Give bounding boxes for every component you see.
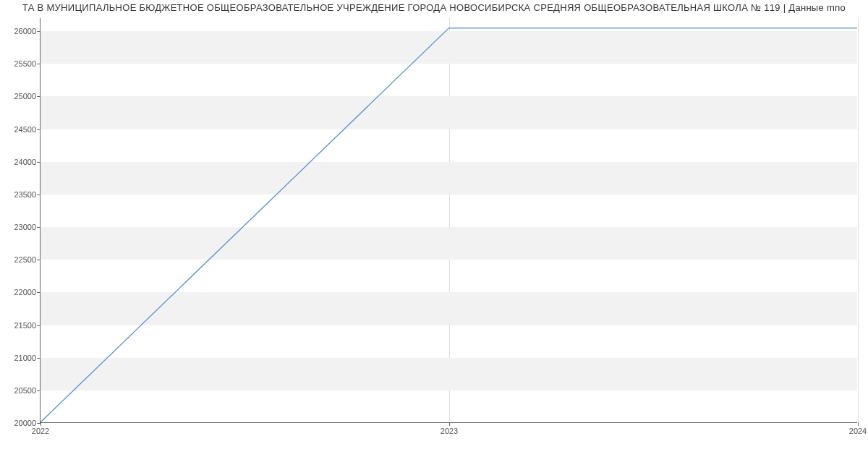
y-tick-label: 24500 (14, 125, 36, 134)
y-tick-label: 22000 (14, 288, 36, 296)
grid-band (41, 96, 857, 129)
y-tick-label: 25500 (14, 59, 36, 68)
y-tick-label: 20500 (14, 386, 36, 395)
y-tick-label: 26000 (14, 27, 36, 35)
x-grid-line (858, 18, 859, 422)
y-tick-mark (37, 64, 41, 64)
y-tick-label: 25000 (14, 92, 36, 101)
y-tick-label: 23000 (14, 223, 36, 231)
y-tick-mark (37, 162, 41, 163)
y-tick-label: 22500 (14, 255, 36, 264)
x-tick-mark (858, 422, 859, 426)
y-tick-label: 21000 (14, 354, 36, 362)
x-tick-label: 2023 (441, 427, 458, 435)
y-tick-mark (37, 325, 41, 326)
chart-area: 2000020500210002150022000225002300023500… (40, 18, 857, 437)
y-tick-mark (37, 358, 41, 359)
grid-band (41, 31, 857, 64)
grid-band (41, 227, 857, 260)
grid-band (41, 162, 857, 195)
grid-band (41, 292, 857, 325)
y-tick-mark (37, 195, 41, 195)
y-tick-mark (37, 292, 41, 293)
y-tick-label: 24000 (14, 158, 36, 166)
chart-title: ТА В МУНИЦИПАЛЬНОЕ БЮДЖЕТНОЕ ОБЩЕОБРАЗОВ… (0, 2, 868, 13)
y-tick-label: 23500 (14, 190, 36, 199)
x-tick-label: 2022 (32, 427, 49, 435)
y-tick-mark (37, 390, 41, 391)
plot-region: 2000020500210002150022000225002300023500… (40, 18, 857, 423)
grid-band (41, 358, 857, 390)
y-tick-label: 21500 (14, 321, 36, 330)
y-tick-mark (37, 129, 41, 130)
x-tick-mark (41, 422, 41, 426)
y-tick-mark (37, 227, 41, 228)
x-tick-mark (449, 422, 450, 426)
y-tick-mark (37, 96, 41, 97)
y-tick-mark (37, 260, 41, 260)
y-tick-mark (37, 31, 41, 32)
x-tick-label: 2024 (849, 427, 867, 435)
